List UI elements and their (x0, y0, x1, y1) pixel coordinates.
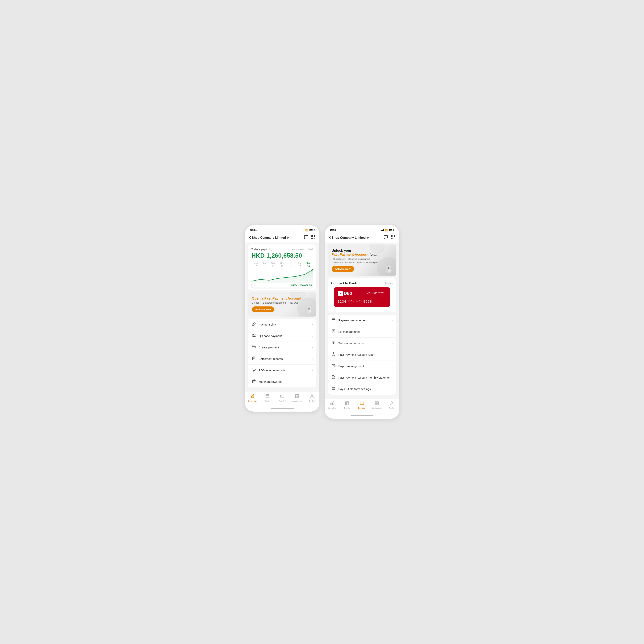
cursor-icon-left: 🖱️ (305, 306, 313, 314)
chevron-bill-mgmt: › (392, 330, 393, 334)
tab-payout-right[interactable]: Pay-Out (355, 401, 369, 409)
menu-item-pos[interactable]: POS income records › (248, 365, 316, 376)
menu-item-fpa-statement[interactable]: Fast Payment Account monthly statement › (328, 372, 396, 383)
menu-item-payout-settings[interactable]: Pay-Out platform settings › (328, 383, 396, 395)
svg-rect-40 (297, 396, 298, 398)
tab-payout-label-left: Pay-Out (279, 400, 286, 402)
day-mon: Mon (251, 262, 260, 264)
settlement-icon (251, 356, 256, 361)
company-name-left: K Shop Company Limited ⇄ (249, 236, 289, 239)
switch-icon-right[interactable]: ⇄ (367, 236, 369, 239)
svg-rect-15 (254, 336, 255, 336)
menu-item-transaction[interactable]: Transaction records › (328, 338, 396, 349)
svg-rect-80 (375, 403, 376, 405)
tab-payout-left[interactable]: Pay-Out (275, 394, 290, 402)
svg-rect-78 (375, 402, 376, 403)
company-name-right: K Shop Company Limited ⇄ (329, 236, 369, 239)
menu-item-rewards[interactable]: Merchant rewards › (248, 376, 316, 387)
tab-profile-label-left: Profile (309, 400, 314, 402)
svg-rect-79 (377, 402, 378, 403)
menu-item-bill-mgmt[interactable]: Bill management › (328, 326, 396, 338)
payment-link-icon (251, 322, 256, 327)
chevron-payout-settings: › (392, 387, 393, 391)
more-chevron: › (392, 282, 393, 285)
svg-rect-32 (266, 395, 269, 398)
tab-application-icon-right (375, 401, 379, 406)
tab-overview-label-right: Overview (328, 407, 336, 409)
chat-icon-left[interactable] (304, 235, 308, 241)
bank-balance: HKD ****** › (367, 292, 386, 295)
svg-rect-45 (391, 235, 392, 236)
activate-btn-right[interactable]: Activate Now (332, 266, 354, 272)
day-sat: Sat (295, 262, 304, 264)
date-10: 10 (251, 265, 260, 268)
menu-item-payment-link[interactable]: Payment Link › (248, 319, 316, 330)
tab-application-right[interactable]: Application (369, 401, 384, 409)
promo-banner-left: Open a Fast Payment Account Unlock T+1 e… (248, 292, 316, 317)
chat-icon-right[interactable] (384, 235, 388, 241)
menu-item-left-payment-link: Payment Link (251, 322, 276, 327)
tab-payin-right[interactable]: Pay-In (340, 401, 355, 409)
settlement-label: Settlement records (259, 357, 283, 360)
home-indicator-right (351, 415, 373, 416)
menu-item-settlement[interactable]: Settlement records › (248, 353, 316, 365)
app-header-left: K Shop Company Limited ⇄ (245, 233, 319, 243)
menu-item-payment-mgmt[interactable]: Payment management › (328, 315, 396, 326)
chevron-fpa-statement: › (392, 376, 393, 379)
svg-rect-37 (295, 395, 297, 396)
tab-overview-left[interactable]: Overview (245, 394, 260, 402)
activate-btn-left[interactable]: Activate Now (252, 306, 274, 312)
tab-overview-right[interactable]: Overview (325, 401, 340, 409)
svg-rect-53 (332, 319, 335, 321)
svg-rect-67 (332, 387, 335, 390)
svg-point-2 (306, 237, 307, 237)
tab-application-label-right: Application (372, 407, 381, 409)
date-12: 12 (269, 265, 278, 268)
info-icon[interactable]: i (269, 248, 272, 251)
bank-card-top: ✕ DBS HKD ****** (338, 291, 386, 296)
tab-payin-icon-right (345, 401, 349, 406)
tab-profile-right[interactable]: Profile (384, 401, 399, 409)
status-time-left: 9:41 (250, 228, 257, 232)
menu-item-payee-mgmt[interactable]: Payee management › (328, 360, 396, 372)
phone-right-content: Unlock your Fast Payment Account for... … (325, 243, 399, 399)
tab-payin-left[interactable]: Pay-In (260, 394, 275, 402)
svg-point-43 (386, 237, 386, 237)
fpa-statement-label: Fast Payment Account monthly statement (339, 376, 391, 379)
tab-payin-icon-left (265, 394, 269, 399)
tab-payout-label-right: Pay-Out (358, 407, 365, 409)
svg-rect-76 (360, 402, 364, 405)
more-link[interactable]: More › (385, 282, 393, 285)
tab-application-left[interactable]: Application (290, 394, 305, 402)
chart-area: Mon Tue Wed Thur Fri Sat Sun 10 11 12 13… (251, 262, 313, 290)
date-13: 13 (278, 265, 287, 268)
svg-rect-3 (312, 235, 313, 236)
scan-icon-right[interactable] (391, 235, 395, 241)
connect-bank-header: Connect to Bank More › (328, 278, 396, 287)
day-wed: Wed (269, 262, 278, 264)
status-time-right: 9:41 (330, 228, 337, 232)
svg-point-44 (386, 237, 387, 237)
tab-bar-right: Overview Pay-In Pay-Out (325, 399, 399, 413)
switch-icon-left[interactable]: ⇄ (287, 236, 289, 239)
menu-item-fpa-report[interactable]: Fast Payment Account report › (328, 349, 396, 360)
chevron-payment-link: › (312, 323, 313, 326)
scan-icon-left[interactable] (311, 235, 316, 241)
menu-list-right: Payment management › Bill management (328, 315, 396, 395)
connect-bank-title: Connect to Bank (331, 281, 357, 285)
bank-card[interactable]: ✕ DBS HKD ****** (334, 287, 390, 307)
bar3r (382, 230, 383, 231)
header-icons-right (384, 235, 395, 241)
menu-item-create-payment[interactable]: Create payment › (248, 342, 316, 353)
qr-icon (251, 334, 256, 338)
svg-rect-73 (345, 402, 349, 405)
tab-profile-left[interactable]: Profile (305, 394, 319, 402)
week-labels: Mon Tue Wed Thur Fri Sat Sun (251, 262, 313, 264)
svg-point-64 (332, 364, 334, 366)
svg-rect-70 (330, 404, 331, 405)
bar2 (302, 230, 302, 231)
svg-rect-14 (252, 336, 253, 337)
svg-point-0 (305, 237, 306, 237)
home-indicator-left (271, 408, 294, 409)
menu-item-qr[interactable]: QR code payment › (248, 330, 316, 342)
